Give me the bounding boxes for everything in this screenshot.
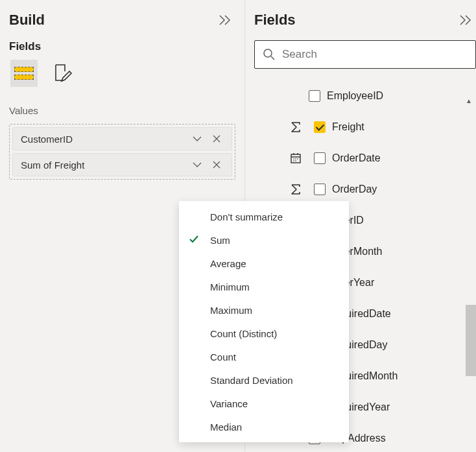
scrollbar-thumb[interactable] bbox=[466, 305, 476, 376]
collapse-right-icon[interactable] bbox=[219, 14, 232, 27]
menu-item[interactable]: Sum bbox=[179, 228, 349, 252]
menu-item-label: Median bbox=[210, 422, 242, 433]
sigma-icon bbox=[288, 119, 303, 135]
field-row[interactable]: Freight bbox=[309, 112, 476, 143]
svg-point-7 bbox=[295, 158, 296, 160]
remove-icon[interactable] bbox=[207, 155, 226, 174]
menu-item-label: Count bbox=[210, 351, 236, 363]
calendar-icon bbox=[288, 150, 303, 166]
menu-item[interactable]: Variance bbox=[179, 392, 349, 415]
field-label: OrderDate bbox=[332, 152, 381, 164]
field-checkbox[interactable] bbox=[314, 184, 326, 195]
menu-item-label: Don't summarize bbox=[210, 211, 283, 222]
svg-point-10 bbox=[295, 160, 296, 161]
scroll-up-arrow-icon[interactable]: ▲ bbox=[466, 97, 472, 104]
svg-point-0 bbox=[264, 49, 272, 57]
chevron-down-icon[interactable] bbox=[187, 129, 207, 149]
field-label: OrderDay bbox=[332, 184, 377, 195]
menu-item-label: Standard Deviation bbox=[210, 375, 293, 386]
field-label: Freight bbox=[332, 121, 364, 133]
value-item-label: CustomerID bbox=[21, 134, 187, 145]
svg-point-8 bbox=[297, 158, 298, 160]
field-label: EmployeeID bbox=[327, 90, 383, 102]
search-icon bbox=[263, 48, 276, 61]
value-item-label: Sum of Freight bbox=[21, 160, 187, 171]
menu-item-label: Variance bbox=[210, 398, 248, 409]
field-row[interactable]: EmployeeID bbox=[309, 80, 476, 112]
svg-line-1 bbox=[271, 56, 274, 60]
build-title: Build bbox=[9, 12, 45, 29]
menu-item[interactable]: Count (Distinct) bbox=[179, 322, 349, 345]
sigma-icon bbox=[288, 182, 303, 197]
menu-item[interactable]: Average bbox=[179, 252, 349, 275]
value-item-customerid[interactable]: CustomerID bbox=[12, 127, 232, 150]
values-label: Values bbox=[9, 105, 38, 116]
menu-item-label: Maximum bbox=[210, 305, 252, 316]
menu-item-label: Count (Distinct) bbox=[210, 328, 277, 339]
menu-item[interactable]: Maximum bbox=[179, 298, 349, 322]
table-visual-icon[interactable] bbox=[10, 60, 38, 87]
menu-item-label: Minimum bbox=[210, 281, 250, 292]
chevron-down-icon[interactable] bbox=[187, 155, 207, 174]
menu-item-label: Sum bbox=[210, 235, 230, 246]
collapse-right-icon[interactable] bbox=[459, 14, 472, 27]
svg-point-9 bbox=[293, 160, 294, 161]
search-input[interactable] bbox=[282, 48, 468, 61]
search-box[interactable] bbox=[254, 40, 476, 69]
value-item-sum-of-freight[interactable]: Sum of Freight bbox=[12, 153, 232, 176]
build-fields-label: Fields bbox=[9, 40, 235, 53]
remove-icon[interactable] bbox=[207, 129, 226, 149]
aggregation-context-menu: Don't summarizeSumAverageMinimumMaximumC… bbox=[179, 201, 349, 442]
menu-item-label: Average bbox=[210, 258, 246, 269]
field-row[interactable]: OrderDay bbox=[309, 174, 476, 205]
svg-point-6 bbox=[293, 158, 294, 160]
menu-item[interactable]: Don't summarize bbox=[179, 205, 349, 228]
field-row[interactable]: OrderDate bbox=[309, 143, 476, 174]
edit-visual-icon[interactable] bbox=[49, 60, 77, 87]
checkmark-icon bbox=[188, 233, 201, 246]
field-checkbox[interactable] bbox=[314, 121, 326, 133]
fields-title: Fields bbox=[254, 12, 296, 29]
menu-item[interactable]: Minimum bbox=[179, 275, 349, 298]
menu-item[interactable]: Median bbox=[179, 415, 349, 438]
menu-item[interactable]: Standard Deviation bbox=[179, 368, 349, 392]
menu-item[interactable]: Count bbox=[179, 345, 349, 368]
values-well[interactable]: CustomerID Sum of Freight bbox=[9, 124, 235, 180]
field-checkbox[interactable] bbox=[314, 152, 326, 164]
field-checkbox[interactable] bbox=[309, 90, 320, 102]
